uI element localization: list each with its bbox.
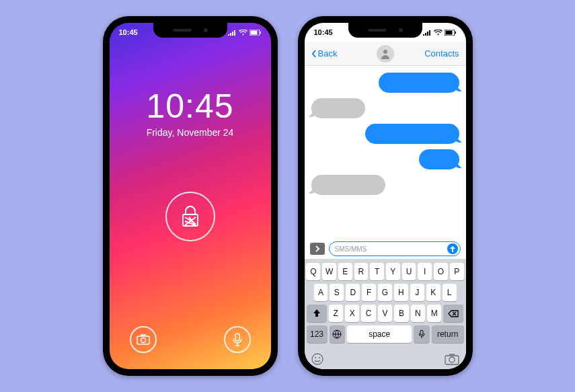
backspace-key[interactable] — [443, 305, 463, 322]
shift-key[interactable] — [307, 305, 327, 322]
back-button[interactable]: Back — [311, 48, 338, 58]
key-b[interactable]: B — [394, 305, 408, 322]
camera-icon — [137, 334, 150, 345]
key-h[interactable]: H — [394, 284, 408, 301]
svg-point-5 — [141, 338, 145, 343]
globe-key[interactable] — [330, 325, 346, 343]
svg-point-13 — [312, 354, 323, 364]
key-n[interactable]: N — [411, 305, 425, 322]
key-r[interactable]: R — [354, 263, 369, 280]
space-key[interactable]: space — [347, 325, 411, 343]
svg-point-10 — [383, 50, 387, 54]
svg-rect-1 — [250, 30, 257, 34]
dictate-key[interactable] — [414, 325, 430, 343]
svg-point-15 — [319, 357, 320, 358]
message-bubble[interactable] — [311, 98, 365, 118]
arrow-up-icon — [450, 246, 455, 252]
key-s[interactable]: S — [330, 284, 344, 301]
input-placeholder: SMS/MMS — [335, 245, 367, 253]
key-d[interactable]: D — [346, 284, 360, 301]
lock-time: 10:45 — [146, 87, 233, 126]
key-k[interactable]: K — [426, 284, 440, 301]
key-f[interactable]: F — [362, 284, 376, 301]
key-l[interactable]: L — [443, 284, 457, 301]
message-input[interactable]: SMS/MMS — [329, 241, 461, 256]
wifi-icon — [434, 30, 443, 36]
message-bubble[interactable] — [365, 124, 459, 144]
battery-icon — [445, 30, 457, 36]
lockscreen: 10:45 10:45 Friday, November 24 — [110, 23, 271, 369]
signal-icon — [423, 30, 432, 36]
voice-button[interactable] — [224, 326, 251, 353]
lock-icon — [180, 205, 200, 228]
send-button[interactable] — [447, 243, 458, 254]
key-g[interactable]: G — [378, 284, 392, 301]
keyboard-toolbar — [305, 349, 466, 369]
key-p[interactable]: P — [450, 263, 464, 280]
signal-icon — [228, 30, 237, 36]
contact-avatar[interactable] — [377, 45, 394, 63]
camera-keyboard-button[interactable] — [445, 353, 459, 368]
return-key[interactable]: return — [432, 325, 464, 343]
svg-rect-9 — [455, 32, 456, 34]
shift-icon — [313, 309, 321, 317]
key-i[interactable]: I — [418, 263, 432, 280]
key-j[interactable]: J — [410, 284, 424, 301]
svg-point-17 — [449, 357, 455, 362]
emoji-button[interactable] — [311, 353, 323, 368]
smiley-icon — [311, 353, 323, 365]
numbers-key[interactable]: 123 — [307, 325, 328, 343]
message-bubble[interactable] — [419, 149, 459, 169]
lock-date: Friday, November 24 — [147, 127, 234, 138]
microphone-icon — [233, 333, 242, 346]
svg-rect-2 — [260, 32, 261, 34]
status-icons — [423, 30, 457, 36]
wifi-icon — [239, 30, 247, 36]
compose-row: SMS/MMS — [305, 239, 466, 259]
svg-rect-6 — [235, 334, 239, 341]
message-bubble[interactable] — [311, 175, 385, 195]
person-icon — [380, 48, 391, 59]
key-c[interactable]: C — [361, 305, 375, 322]
keyboard: QWERTYUIOP ASDFGHJKL ZXCVBNM 123spaceret… — [305, 259, 466, 349]
backspace-icon — [448, 310, 459, 317]
notch — [153, 23, 227, 38]
phone-chat: 10:45 Back Contacts — [298, 16, 473, 376]
attach-button[interactable] — [310, 243, 325, 255]
camera-icon — [445, 353, 459, 365]
status-time: 10:45 — [119, 28, 138, 36]
status-icons — [228, 30, 262, 36]
microphone-icon — [418, 329, 425, 339]
unlock-button[interactable] — [165, 192, 215, 241]
key-y[interactable]: Y — [386, 263, 400, 280]
key-x[interactable]: X — [345, 305, 359, 322]
key-w[interactable]: W — [322, 263, 336, 280]
key-e[interactable]: E — [338, 263, 352, 280]
chevron-right-icon — [315, 245, 320, 252]
battery-icon — [250, 30, 262, 36]
svg-rect-8 — [445, 30, 452, 34]
message-bubble[interactable] — [379, 73, 459, 93]
svg-rect-12 — [420, 330, 423, 335]
key-u[interactable]: U — [402, 263, 416, 280]
contacts-button[interactable]: Contacts — [424, 48, 459, 58]
chat-header: Back Contacts — [305, 42, 466, 66]
key-t[interactable]: T — [370, 263, 384, 280]
svg-point-14 — [315, 357, 316, 358]
chevron-left-icon — [311, 50, 317, 58]
back-label: Back — [318, 48, 338, 58]
message-list[interactable] — [305, 66, 466, 239]
key-z[interactable]: Z — [329, 305, 343, 322]
globe-icon — [332, 329, 342, 339]
key-v[interactable]: V — [378, 305, 392, 322]
phone-lockscreen: 10:45 10:45 Friday, November 24 — [103, 16, 278, 376]
key-o[interactable]: O — [434, 263, 448, 280]
camera-button[interactable] — [130, 326, 157, 353]
key-a[interactable]: A — [314, 284, 328, 301]
status-time: 10:45 — [314, 28, 333, 36]
messages-app: 10:45 Back Contacts — [305, 23, 466, 369]
key-q[interactable]: Q — [306, 263, 320, 280]
notch — [348, 23, 422, 38]
key-m[interactable]: M — [427, 305, 441, 322]
